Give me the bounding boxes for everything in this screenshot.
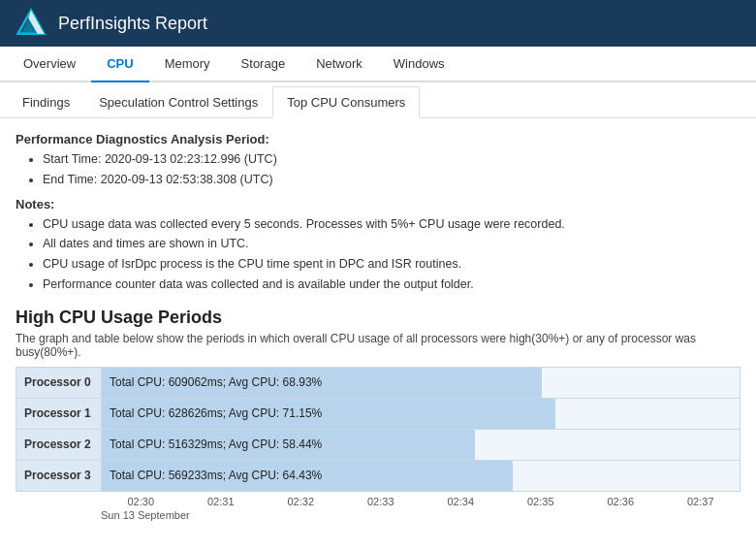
tab-storage[interactable]: Storage <box>226 47 301 82</box>
processor-bar-inner-0: Total CPU: 609062ms; Avg CPU: 68.93% <box>102 368 542 398</box>
processor-row-1: Processor 1 Total CPU: 628626ms; Avg CPU… <box>16 398 740 429</box>
analysis-period-list: Start Time: 2020-09-13 02:23:12.996 (UTC… <box>16 150 740 189</box>
tick-0: 02:30 <box>101 496 181 507</box>
processor-label-1: Processor 1 <box>16 398 102 429</box>
processor-text-3: Total CPU: 569233ms; Avg CPU: 64.43% <box>110 469 322 482</box>
tab-cpu[interactable]: CPU <box>91 47 148 82</box>
processor-bar-3: Total CPU: 569233ms; Avg CPU: 64.43% <box>102 460 740 491</box>
main-tab-bar: Overview CPU Memory Storage Network Wind… <box>0 47 756 82</box>
tick-3: 02:33 <box>341 496 422 507</box>
processor-text-1: Total CPU: 628626ms; Avg CPU: 71.15% <box>110 406 322 420</box>
note-3: CPU usage of IsrDpc process is the CPU t… <box>43 255 740 274</box>
tab-top-cpu[interactable]: Top CPU Consumers <box>272 86 420 118</box>
processor-table: Processor 0 Total CPU: 609062ms; Avg CPU… <box>16 367 740 492</box>
processor-text-2: Total CPU: 516329ms; Avg CPU: 58.44% <box>110 438 322 451</box>
note-1: CPU usage data was collected every 5 sec… <box>43 215 740 234</box>
processor-bar-inner-2: Total CPU: 516329ms; Avg CPU: 58.44% <box>102 430 475 460</box>
app-header: PerfInsights Report <box>0 0 756 47</box>
note-2: All dates and times are shown in UTC. <box>43 235 740 253</box>
processor-bar-1: Total CPU: 628626ms; Avg CPU: 71.15% <box>102 398 740 429</box>
processor-bar-inner-3: Total CPU: 569233ms; Avg CPU: 64.43% <box>102 461 513 491</box>
tick-1: 02:31 <box>181 496 262 507</box>
end-time: End Time: 2020-09-13 02:53:38.308 (UTC) <box>43 171 740 189</box>
processor-bar-inner-1: Total CPU: 628626ms; Avg CPU: 71.15% <box>102 399 555 429</box>
tab-findings[interactable]: Findings <box>8 86 84 118</box>
note-4: Performance counter data was collected a… <box>43 276 740 294</box>
processor-label-2: Processor 2 <box>16 429 102 460</box>
start-time: Start Time: 2020-09-13 02:23:12.996 (UTC… <box>43 150 740 169</box>
tick-5: 02:35 <box>501 496 582 507</box>
high-cpu-title: High CPU Usage Periods <box>16 308 740 328</box>
notes-list: CPU usage data was collected every 5 sec… <box>16 215 740 294</box>
notes-title: Notes: <box>16 197 740 211</box>
tick-4: 02:34 <box>421 496 501 507</box>
tab-speculation[interactable]: Speculation Control Settings <box>84 86 272 118</box>
tick-7: 02:37 <box>661 496 741 507</box>
processor-row-0: Processor 0 Total CPU: 609062ms; Avg CPU… <box>16 367 740 398</box>
tick-2: 02:32 <box>261 496 341 507</box>
sub-tab-bar: Findings Speculation Control Settings To… <box>0 86 756 118</box>
processor-label-0: Processor 0 <box>16 367 102 398</box>
timeline-date: Sun 13 September <box>101 509 740 521</box>
main-content: Performance Diagnostics Analysis Period:… <box>0 118 756 535</box>
timeline-axis: 02:30 02:31 02:32 02:33 02:34 02:35 02:3… <box>101 496 740 507</box>
tick-6: 02:36 <box>581 496 661 507</box>
processor-row-2: Processor 2 Total CPU: 516329ms; Avg CPU… <box>16 429 740 460</box>
processor-bar-0: Total CPU: 609062ms; Avg CPU: 68.93% <box>102 367 740 398</box>
analysis-period-title: Performance Diagnostics Analysis Period: <box>16 132 740 146</box>
app-title: PerfInsights Report <box>58 14 207 34</box>
azure-logo-icon <box>16 8 47 39</box>
tab-network[interactable]: Network <box>300 47 378 82</box>
tab-windows[interactable]: Windows <box>378 47 460 82</box>
tab-overview[interactable]: Overview <box>8 47 91 82</box>
processor-bar-2: Total CPU: 516329ms; Avg CPU: 58.44% <box>102 429 740 460</box>
high-cpu-desc: The graph and table below show the perio… <box>16 332 740 359</box>
processor-label-3: Processor 3 <box>16 460 102 491</box>
processor-row-3: Processor 3 Total CPU: 569233ms; Avg CPU… <box>16 460 740 491</box>
tab-memory[interactable]: Memory <box>149 47 226 82</box>
processor-text-0: Total CPU: 609062ms; Avg CPU: 68.93% <box>110 375 322 389</box>
